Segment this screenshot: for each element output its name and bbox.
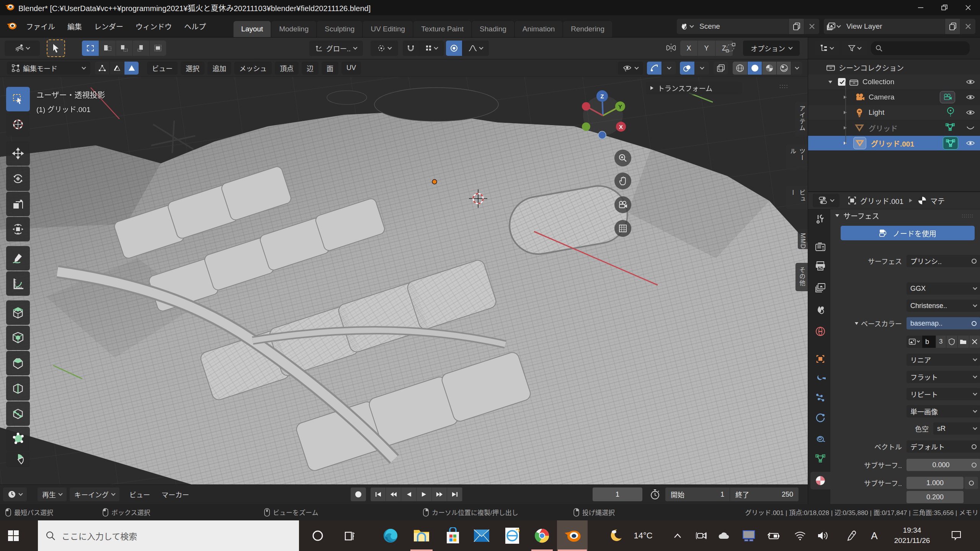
panel-grip-icon[interactable]: :::::: [962, 213, 973, 218]
visibility-dropdown[interactable] [618, 62, 643, 75]
mesh-data-badge[interactable] [945, 123, 955, 133]
transform-orientation-dropdown[interactable]: グロー.. [309, 41, 363, 56]
frame-end-field[interactable]: 終了 250 [730, 487, 799, 501]
viewport-menu-vertex[interactable]: 頂点 [275, 62, 299, 75]
proportional-edit-toggle-icon[interactable] [446, 41, 462, 56]
action-center-icon[interactable] [946, 520, 967, 551]
tab-physics[interactable] [810, 409, 830, 427]
taskbar-chrome-icon[interactable] [529, 520, 555, 551]
outliner-filter-dropdown[interactable] [843, 41, 866, 55]
scene-new-icon[interactable] [789, 19, 804, 34]
breadcrumb-object[interactable]: グリッド.001 [860, 196, 903, 206]
tray-clock[interactable]: 19:34 2021/11/26 [886, 520, 938, 551]
tab-view-layer[interactable] [810, 279, 830, 297]
proportional-falloff-dropdown[interactable] [462, 41, 489, 56]
view-layer-name[interactable]: View Layer [843, 22, 945, 31]
snap-target-icon[interactable] [725, 42, 736, 55]
image-users-button[interactable]: 3 [936, 336, 946, 348]
shading-dropdown[interactable] [791, 62, 802, 75]
frame-start-field[interactable]: 開始 1 [665, 487, 730, 501]
mirror-y-button[interactable]: Y [698, 41, 715, 56]
gizmos-toggle[interactable] [647, 62, 662, 75]
tool-poly-build[interactable] [6, 427, 30, 451]
workspace-tab-texture-paint[interactable]: Texture Paint [413, 21, 471, 37]
outliner-search-input[interactable] [871, 41, 970, 55]
outliner-display-mode-dropdown[interactable] [815, 41, 839, 55]
face-select-toggle[interactable] [124, 62, 139, 75]
tool-move[interactable] [6, 141, 30, 166]
tool-bevel[interactable] [6, 351, 30, 375]
snap-toggle-magnet-icon[interactable] [403, 41, 419, 56]
outliner-row-collection[interactable]: Collection [808, 75, 980, 89]
tab-tool[interactable] [810, 210, 830, 228]
camera-view-button[interactable] [614, 196, 631, 213]
side-tab-item[interactable]: アイテム [795, 101, 808, 137]
tool-knife[interactable] [6, 401, 30, 426]
source-dropdown[interactable]: 単一画像 [906, 405, 980, 417]
menu-file[interactable]: ファイル [20, 15, 61, 37]
close-button[interactable] [956, 0, 980, 15]
collection-checkbox[interactable] [838, 78, 846, 86]
viewport-menu-uv[interactable]: UV [341, 62, 361, 75]
jump-to-start-button[interactable] [371, 487, 386, 501]
tool-extrude-region[interactable] [6, 300, 30, 325]
tab-scene[interactable] [810, 301, 830, 319]
xray-toggle[interactable] [714, 62, 728, 75]
distribution-dropdown[interactable]: GGX [906, 282, 980, 295]
extension-dropdown[interactable]: リピート [906, 388, 980, 400]
taskbar-mail-icon[interactable] [468, 520, 495, 551]
tab-particles[interactable] [810, 389, 830, 407]
image-browse-dropdown[interactable] [906, 336, 922, 348]
npanel-grip-icon[interactable]: :::: [779, 83, 789, 89]
subsurface2-socket-button[interactable] [964, 477, 978, 489]
cortana-button[interactable] [304, 520, 331, 551]
jump-to-end-button[interactable] [447, 487, 462, 501]
tray-display-icon[interactable] [739, 520, 759, 551]
colorspace-dropdown[interactable]: sR [933, 422, 980, 435]
taskbar-edge-icon[interactable] [377, 520, 404, 551]
tab-world[interactable] [810, 323, 830, 340]
select-mode-new[interactable] [82, 41, 99, 56]
workspace-tab-modeling[interactable]: Modeling [271, 21, 316, 37]
viewport-menu-select[interactable]: 選択 [181, 62, 204, 75]
select-mode-invert[interactable] [132, 41, 149, 56]
start-button[interactable] [0, 520, 27, 551]
view-layer-browse-icon[interactable] [824, 23, 843, 30]
workspace-tab-shading[interactable]: Shading [472, 21, 514, 37]
taskbar-explorer-icon[interactable] [408, 520, 435, 551]
scene-browse-icon[interactable] [677, 23, 696, 30]
view-layer-remove-icon[interactable] [960, 19, 975, 34]
tab-constraints[interactable] [810, 429, 830, 447]
properties-editor-dropdown[interactable] [813, 194, 840, 207]
viewport-canvas[interactable]: Z Y X [0, 59, 808, 484]
tray-ime-indicator[interactable]: A [864, 520, 884, 551]
snap-settings-dropdown[interactable] [419, 41, 444, 56]
projection-dropdown[interactable]: フラット [906, 371, 980, 383]
overlays-dropdown[interactable] [694, 62, 709, 75]
tray-battery-icon[interactable] [763, 520, 783, 551]
toggle-ortho-button[interactable] [614, 220, 631, 237]
tool-inset-faces[interactable] [6, 326, 30, 350]
timeline-menu-playback[interactable]: 再生 [38, 487, 67, 501]
tab-material[interactable] [810, 472, 830, 489]
viewport-3d[interactable]: Z Y X 編集モード ビュー 選択 [0, 59, 808, 484]
outliner-row-grid[interactable]: グリッド [808, 121, 980, 135]
menu-render[interactable]: レンダー [88, 15, 129, 37]
taskbar-ie-icon[interactable] [499, 520, 526, 551]
shading-solid-toggle[interactable] [747, 62, 762, 75]
tool-measure[interactable] [6, 271, 30, 296]
multiscatter-dropdown[interactable]: Christense.. [906, 300, 980, 312]
scene-name[interactable]: Scene [696, 22, 789, 31]
tab-object[interactable] [810, 350, 830, 368]
shading-wireframe-toggle[interactable] [733, 62, 747, 75]
outliner-row-light[interactable]: Light [808, 105, 980, 120]
tool-select-box[interactable] [6, 87, 30, 111]
tray-onedrive-icon[interactable] [714, 520, 733, 551]
outliner-row-scene-collection[interactable]: シーンコレクション [808, 60, 980, 75]
surface-panel-header[interactable]: サーフェス :::::: [835, 210, 977, 221]
minimize-button[interactable] [909, 0, 933, 15]
tray-chevron-up-icon[interactable] [669, 520, 686, 551]
timeline-editor-dropdown[interactable] [3, 487, 27, 501]
vector-field[interactable]: デフォルト [906, 440, 980, 453]
current-frame-field[interactable]: 1 [593, 487, 642, 501]
